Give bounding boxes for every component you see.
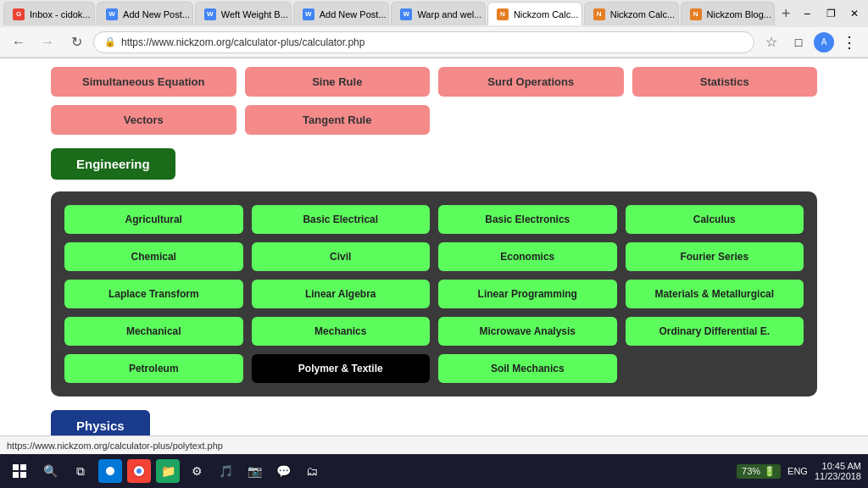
tab-5-favicon: W <box>400 8 412 20</box>
tab-4[interactable]: W Add New Post... ✕ <box>293 2 390 25</box>
new-tab-button[interactable]: + <box>776 2 795 25</box>
battery-percent: 73% <box>742 466 760 476</box>
status-url: https://www.nickzom.org/calculator-plus/… <box>7 441 223 451</box>
petroleum-button[interactable]: Petroleum <box>64 354 243 383</box>
search-button[interactable]: 🔍 <box>37 458 63 484</box>
browser-chrome: G Inbox - cidok... ✕ W Add New Post... ✕… <box>0 0 868 58</box>
tab-1[interactable]: G Inbox - cidok... ✕ <box>3 2 95 25</box>
profile-avatar[interactable]: A <box>814 32 834 53</box>
physics-section: Physics <box>51 410 817 435</box>
svg-point-5 <box>136 469 142 474</box>
surd-operations-button[interactable]: Surd Operations <box>438 67 624 97</box>
app2-icon[interactable]: 📷 <box>242 459 266 483</box>
tabs-bar: G Inbox - cidok... ✕ W Add New Post... ✕… <box>0 0 868 27</box>
polymer-textile-button[interactable]: Polymer & Textile <box>252 354 431 383</box>
refresh-button[interactable]: ↻ <box>64 30 88 54</box>
address-bar[interactable]: 🔒 https://www.nickzom.org/calculator-plu… <box>93 31 754 53</box>
back-button[interactable]: ← <box>7 30 31 54</box>
task-view-button[interactable]: ⧉ <box>68 458 93 484</box>
date-display: 11/23/2018 <box>815 471 861 481</box>
tab-2-label: Add New Post... <box>123 9 190 19</box>
tab-4-favicon: W <box>303 8 314 20</box>
tab-3-favicon: W <box>204 8 216 20</box>
svg-rect-1 <box>20 464 26 470</box>
app4-icon[interactable]: 🗂 <box>300 459 324 483</box>
basic-electronics-button[interactable]: Basic Electronics <box>438 205 617 234</box>
tab-2[interactable]: W Add New Post... ✕ <box>97 2 193 25</box>
fourier-series-button[interactable]: Fourier Series <box>626 242 804 271</box>
eng-empty-placeholder <box>626 354 804 383</box>
tangent-rule-button[interactable]: Tangent Rule <box>245 105 431 135</box>
engineering-grid: Agricultural Basic Electrical Basic Elec… <box>64 205 804 383</box>
agricultural-button[interactable]: Agricultural <box>64 205 243 234</box>
soil-mechanics-button[interactable]: Soil Mechanics <box>438 354 617 383</box>
engineering-header[interactable]: Engineering <box>51 148 175 180</box>
status-bar: https://www.nickzom.org/calculator-plus/… <box>0 435 868 454</box>
time-display: 10:45 AM <box>815 461 861 471</box>
mechanics-button[interactable]: Mechanics <box>252 317 431 346</box>
forward-button[interactable]: → <box>36 30 59 54</box>
civil-button[interactable]: Civil <box>252 242 431 271</box>
tab-3[interactable]: W Weft Weight B... ✕ <box>195 2 292 25</box>
tab-8-label: Nickzom Blog... <box>707 9 771 19</box>
simultaneous-equation-button[interactable]: Simultaneous Equation <box>51 67 236 97</box>
linear-programming-button[interactable]: Linear Programming <box>438 280 617 308</box>
settings-icon[interactable]: ⚙ <box>185 459 209 483</box>
start-button[interactable] <box>7 458 32 484</box>
window-controls: − ❐ ✕ <box>797 5 865 22</box>
language-indicator: ENG <box>787 466 808 476</box>
empty-placeholder-1 <box>438 105 624 135</box>
calculus-button[interactable]: Calculus <box>626 205 804 234</box>
clock: 10:45 AM 11/23/2018 <box>815 461 861 481</box>
tab-5[interactable]: W Warp and wel... ✕ <box>391 2 486 25</box>
math-top-row: Simultaneous Equation Sine Rule Surd Ope… <box>51 67 817 97</box>
tab-6[interactable]: N Nickzom Calc... ✕ <box>487 2 582 25</box>
edge-icon[interactable] <box>98 459 122 483</box>
tab-8[interactable]: N Nickzom Blog... ✕ <box>681 2 776 25</box>
chrome-icon[interactable] <box>127 459 151 483</box>
nav-right-controls: ☆ □ A ⋮ <box>760 30 861 54</box>
restore-button[interactable]: ❐ <box>821 5 841 22</box>
tab-6-favicon: N <box>497 8 509 20</box>
battery-indicator: 73% 🔋 <box>737 464 781 479</box>
taskbar: 🔍 ⧉ 📁 ⚙ 🎵 📷 💬 🗂 73% 🔋 ENG 10:45 AM 11/23… <box>0 454 868 488</box>
app1-icon[interactable]: 🎵 <box>214 459 237 483</box>
economics-button[interactable]: Economics <box>438 242 617 271</box>
laplace-transform-button[interactable]: Laplace Transform <box>64 280 243 308</box>
vectors-button[interactable]: Vectors <box>51 105 236 135</box>
tab-8-favicon: N <box>690 8 702 20</box>
sine-rule-button[interactable]: Sine Rule <box>245 67 431 97</box>
minimize-button[interactable]: − <box>797 5 817 22</box>
battery-icon: 🔋 <box>764 466 776 477</box>
ssl-lock-icon: 🔒 <box>104 36 116 47</box>
tab-4-label: Add New Post... <box>320 9 387 19</box>
empty-placeholder-2 <box>632 105 818 135</box>
ordinary-differential-button[interactable]: Ordinary Differential E. <box>626 317 804 346</box>
taskbar-right: 73% 🔋 ENG 10:45 AM 11/23/2018 <box>737 461 861 481</box>
basic-electrical-button[interactable]: Basic Electrical <box>252 205 431 234</box>
tab-7-label: Nickzom Calc... <box>610 9 675 19</box>
tab-1-label: Inbox - cidok... <box>30 9 91 19</box>
linear-algebra-button[interactable]: Linear Algebra <box>252 280 431 308</box>
tab-3-label: Weft Weight B... <box>221 9 288 19</box>
chemical-button[interactable]: Chemical <box>64 242 243 271</box>
url-text: https://www.nickzom.org/calculator-plus/… <box>121 36 364 48</box>
microwave-analysis-button[interactable]: Microwave Analysis <box>438 317 617 346</box>
extensions-button[interactable]: □ <box>787 30 810 54</box>
menu-button[interactable]: ⋮ <box>837 30 861 54</box>
tab-2-favicon: W <box>106 8 118 20</box>
files-icon[interactable]: 📁 <box>156 459 180 483</box>
svg-rect-0 <box>13 464 19 470</box>
statistics-button[interactable]: Statistics <box>632 67 818 97</box>
tab-6-label: Nickzom Calc... <box>514 9 578 19</box>
bookmark-button[interactable]: ☆ <box>760 30 783 54</box>
tab-7[interactable]: N Nickzom Calc... ✕ <box>584 2 679 25</box>
tab-5-label: Warp and wel... <box>417 9 481 19</box>
svg-rect-2 <box>13 472 19 478</box>
physics-header[interactable]: Physics <box>51 410 150 435</box>
app3-icon[interactable]: 💬 <box>271 459 295 483</box>
close-button[interactable]: ✕ <box>844 5 865 22</box>
materials-metallurgical-button[interactable]: Materials & Metallurgical <box>626 280 804 308</box>
mechanical-button[interactable]: Mechanical <box>64 317 243 346</box>
engineering-grid-container: Agricultural Basic Electrical Basic Elec… <box>51 191 817 396</box>
